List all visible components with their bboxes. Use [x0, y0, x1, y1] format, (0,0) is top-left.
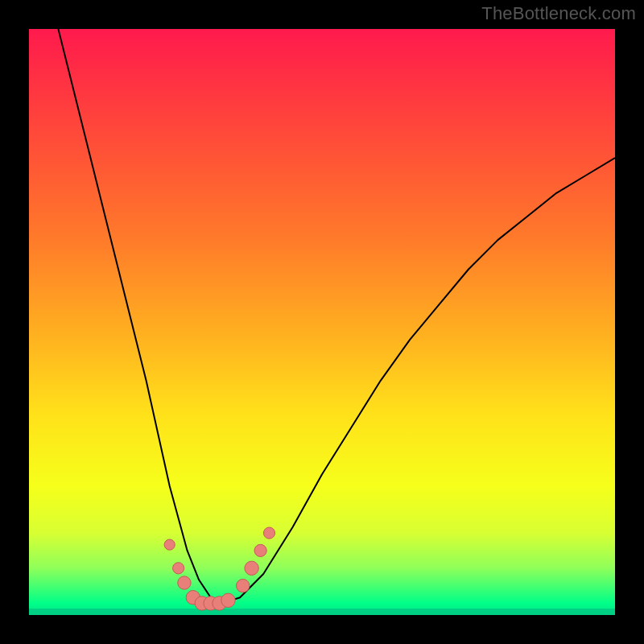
- curve-marker: [254, 544, 266, 556]
- chart-frame: TheBottleneck.com: [0, 0, 644, 644]
- curve-marker: [173, 563, 184, 574]
- curve-marker: [263, 527, 275, 539]
- curve-marker: [237, 579, 250, 592]
- bottleneck-curve: [58, 29, 615, 603]
- curve-markers: [164, 527, 275, 610]
- curve-marker: [164, 539, 175, 550]
- chart-svg: [29, 29, 615, 615]
- curve-marker: [245, 561, 258, 575]
- curve-marker: [178, 576, 191, 589]
- curve-marker: [221, 593, 235, 607]
- watermark-text: TheBottleneck.com: [481, 3, 636, 24]
